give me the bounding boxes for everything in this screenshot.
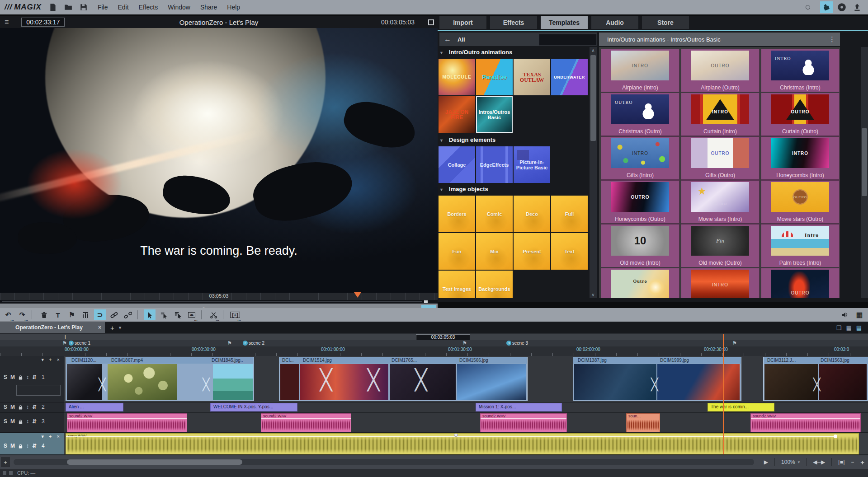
marker-row[interactable]: ⚑ 1scene 1 ⚑ 2scene 2 ⚑ 3scene 3 ⚑ (0, 340, 868, 346)
music-clip[interactable]: song.WAV (66, 433, 859, 454)
menu-help[interactable]: Help (227, 4, 240, 11)
title-clip[interactable]: WELCOME IN X-pos. Y-pos... (210, 403, 297, 412)
scroll-right-button[interactable]: ▶ (764, 459, 768, 465)
scene-marker-2[interactable]: 2scene 2 (243, 341, 264, 346)
volume-envelope[interactable] (66, 436, 835, 437)
unlink-button[interactable] (122, 309, 134, 320)
scene-marker-3[interactable]: 3scene 3 (506, 341, 528, 346)
scroll-down-icon[interactable]: ∨ (590, 292, 597, 297)
menu-window[interactable]: Window (168, 4, 190, 11)
menu-effects[interactable]: Effects (139, 4, 158, 11)
object-select-tool-button[interactable] (158, 309, 170, 320)
title-tool-button[interactable]: T (52, 309, 64, 320)
insert-mode-button[interactable]: [+]… (229, 309, 241, 320)
category-tile-underwater[interactable]: UNDERWATER (551, 59, 588, 95)
category-tile-molecule[interactable]: MOLECULE (439, 59, 475, 95)
back-icon[interactable]: ← (444, 35, 451, 43)
title-clip[interactable]: Mission 1: X-pos... (476, 403, 562, 412)
grid-scrollbar[interactable] (861, 47, 868, 298)
track-select-tool-button[interactable] (172, 309, 184, 320)
storyboard-view-button[interactable]: ▦ (846, 324, 851, 331)
scroll-thumb[interactable] (862, 128, 867, 196)
master-volume-button[interactable] (840, 309, 851, 320)
open-folder-icon[interactable] (64, 3, 72, 11)
export-upload-button[interactable] (851, 1, 863, 13)
audio-clip[interactable]: sound2.WAV (480, 413, 567, 432)
project-tab[interactable]: OperationZero - Let's Play × (0, 322, 105, 333)
category-tile-deco[interactable]: Deco (514, 196, 550, 232)
preview-scrollbar[interactable] (0, 300, 438, 304)
audio-clip[interactable]: soun... (626, 413, 660, 432)
menu-edit[interactable]: Edit (118, 4, 128, 11)
audio-clip[interactable]: sound2.WAV (750, 413, 861, 432)
crossfade-icon[interactable]: ╳ (320, 370, 332, 390)
current-timecode[interactable]: 00:02:33:17 (21, 18, 65, 27)
category-tile-present[interactable]: Present (514, 233, 550, 270)
category-filter-label[interactable]: All (458, 36, 465, 43)
category-tile-picture-in-picture[interactable]: Picture-in-Picture Basic (514, 146, 550, 183)
category-tile-mix[interactable]: Mix (476, 233, 513, 270)
tab-store[interactable]: Store (642, 16, 689, 29)
category-tile-texas-outlaw[interactable]: TEXAS OUTLAW (514, 59, 550, 95)
scroll-up-icon[interactable]: ∧ (590, 48, 597, 53)
video-clip-group[interactable]: DCIM3112.J... DCIM1563.jpg ╳ (763, 357, 868, 401)
audio-clip[interactable]: sound2.WAV (261, 413, 351, 432)
template-palm-trees-outro[interactable]: Outro (601, 268, 679, 298)
section-intro-outro[interactable]: ▾Intro/Outro animations (440, 49, 512, 56)
delete-button[interactable] (38, 309, 50, 320)
marker-flag-icon[interactable]: ⚑ (462, 340, 467, 346)
category-tile-edgeeffects[interactable]: EdgeEffects (476, 146, 513, 183)
tab-effects[interactable]: Effects (490, 16, 537, 29)
category-tile-comic[interactable]: Comic (476, 196, 513, 232)
template-honeycombs-outro[interactable]: OUTRO Honeycombs (Outro) (601, 180, 679, 224)
template-curtain-intro[interactable]: INTRO Curtain (Intro) (681, 93, 760, 136)
zoom-in-button[interactable]: + (860, 458, 864, 466)
zoom-out-button[interactable]: − (851, 459, 854, 465)
preview-menu-icon[interactable]: ≡ (5, 18, 9, 26)
scroll-thumb[interactable] (590, 55, 596, 141)
volume-envelope[interactable] (67, 418, 187, 419)
timeline-hscrollbar[interactable] (14, 459, 754, 465)
select-tool-button[interactable] (144, 309, 156, 320)
marker-flag-icon[interactable]: ⚑ (732, 340, 737, 346)
preview-view-button[interactable]: ❑ (836, 324, 842, 331)
template-palm-trees-intro[interactable]: Intro Palm trees (Intro) (761, 224, 840, 267)
video-clip-group[interactable]: DCIM1120... DCIM1867.mp4 DCIM1845.jpg.. … (66, 357, 254, 401)
crossfade-icon[interactable]: ╳ (368, 370, 380, 390)
new-tab-button[interactable]: + (110, 324, 114, 332)
tab-list-chevron-icon[interactable]: ▾ (119, 325, 122, 331)
section-image-objects[interactable]: ▾Image objects (440, 186, 488, 192)
crossfade-icon[interactable]: ╳ (813, 374, 821, 394)
crossfade-icon[interactable]: ╳ (99, 374, 106, 394)
section-design-elements[interactable]: ▾Design elements (440, 136, 495, 143)
category-tile-text[interactable]: Text (551, 233, 588, 270)
close-tab-icon[interactable]: × (98, 324, 101, 331)
category-tile-intros-outros-basic[interactable]: Intros/Outros Basic (476, 96, 513, 133)
template-gifts-intro[interactable]: INTRO Gifts (Intro) (601, 136, 679, 180)
undock-preview-icon[interactable] (428, 19, 434, 25)
scene-marker-1[interactable]: 1scene 1 (69, 341, 90, 346)
marker-flag-icon[interactable]: ⚑ (227, 340, 232, 346)
video-clip-group[interactable]: DCIM1387.jpg DCIM1999.jpg ╳ (573, 357, 741, 401)
tab-import[interactable]: Import (439, 16, 486, 29)
category-tile-paradise[interactable]: Paradise (476, 59, 513, 95)
category-tile-collage[interactable]: Collage (439, 146, 475, 183)
template-old-movie-outro[interactable]: Fin Old movie (Outro) (681, 224, 760, 267)
new-document-icon[interactable] (49, 3, 57, 11)
menu-file[interactable]: File (98, 4, 108, 11)
category-tile-borders[interactable]: Borders (439, 196, 475, 232)
split-button[interactable]: … (208, 309, 219, 320)
template-search-input[interactable] (539, 34, 597, 46)
audio-meter-button[interactable] (80, 309, 92, 320)
stretch-tool-button[interactable]: ◂▸… (186, 309, 198, 320)
crossfade-icon[interactable]: ╳ (651, 374, 658, 394)
template-flame-outro[interactable]: OUTRO (761, 268, 840, 298)
tab-templates[interactable]: Templates (541, 16, 588, 29)
audio-clip[interactable]: sound2.WAV (67, 413, 187, 432)
edit-mode-button[interactable] (820, 1, 833, 13)
template-christmas-intro[interactable]: INTRO Christmas (Intro) (761, 49, 840, 92)
browser-scrollbar[interactable]: ∧ ∨ (590, 47, 597, 298)
envelope-node[interactable] (834, 435, 837, 438)
category-tile-test-images[interactable]: Test images (439, 271, 475, 298)
crossfade-icon[interactable]: ╳ (203, 374, 210, 394)
